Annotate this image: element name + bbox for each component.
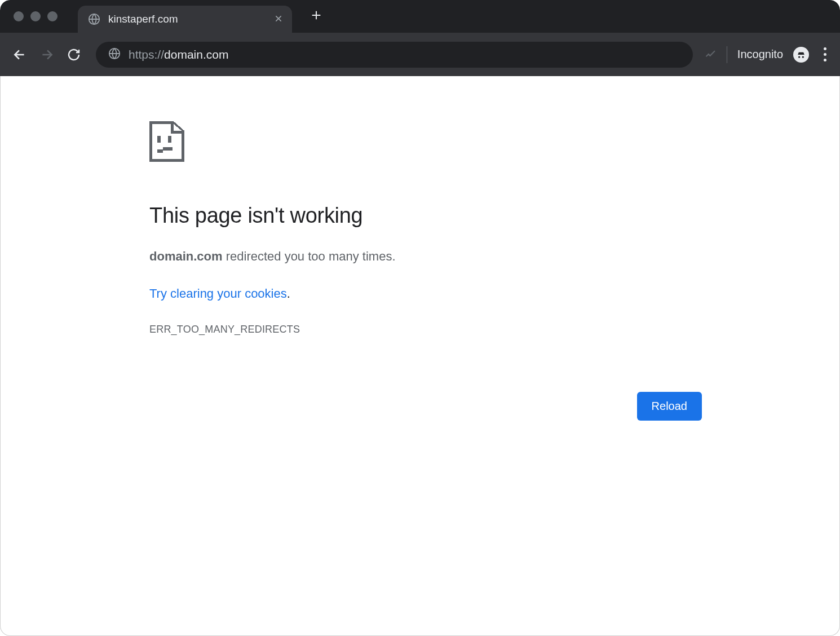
window-min-dot[interactable] <box>30 11 41 21</box>
error-heading: This page isn't working <box>149 204 702 228</box>
error-message-suffix: redirected you too many times. <box>223 249 396 263</box>
svg-rect-5 <box>163 147 173 151</box>
error-suggestion: Try clearing your cookies. <box>149 286 702 301</box>
url-host: domain.com <box>164 48 228 61</box>
error-code: ERR_TOO_MANY_REDIRECTS <box>149 324 702 335</box>
error-domain: domain.com <box>149 249 223 263</box>
new-tab-button[interactable] <box>310 7 322 25</box>
menu-button[interactable] <box>819 47 831 61</box>
reload-row: Reload <box>149 392 702 421</box>
url-text: https://domain.com <box>129 48 228 61</box>
window-max-dot[interactable] <box>47 11 58 21</box>
reload-button[interactable]: Reload <box>637 392 702 421</box>
browser-tab[interactable]: kinstaperf.com <box>78 6 292 33</box>
site-info-icon[interactable] <box>108 47 121 62</box>
toolbar-right: Incognito <box>704 46 831 63</box>
svg-rect-2 <box>157 136 161 143</box>
clear-cookies-link[interactable]: Try clearing your cookies <box>149 286 287 301</box>
sad-page-icon <box>149 121 702 164</box>
back-button[interactable] <box>9 44 30 65</box>
page-body: This page isn't working domain.com redir… <box>0 76 840 421</box>
window-controls <box>14 11 58 21</box>
extensions-icon[interactable] <box>704 47 717 62</box>
svg-rect-3 <box>168 136 171 143</box>
toolbar-divider <box>727 46 727 63</box>
incognito-icon <box>793 47 809 63</box>
forward-button[interactable] <box>36 44 58 65</box>
incognito-label: Incognito <box>737 48 783 61</box>
titlebar: kinstaperf.com <box>0 0 840 33</box>
browser-chrome: kinstaperf.com https://domain.com <box>0 0 840 76</box>
globe-icon <box>88 13 100 25</box>
error-content: This page isn't working domain.com redir… <box>138 121 702 421</box>
url-scheme: https:// <box>129 48 164 61</box>
error-link-period: . <box>287 286 290 301</box>
tab-title: kinstaperf.com <box>108 13 266 25</box>
window-close-dot[interactable] <box>14 11 24 21</box>
close-icon[interactable] <box>274 13 283 26</box>
reload-icon[interactable] <box>63 44 85 65</box>
address-bar[interactable]: https://domain.com <box>96 42 693 68</box>
svg-rect-4 <box>157 149 163 153</box>
toolbar: https://domain.com Incognito <box>0 33 840 76</box>
error-message: domain.com redirected you too many times… <box>149 249 702 264</box>
